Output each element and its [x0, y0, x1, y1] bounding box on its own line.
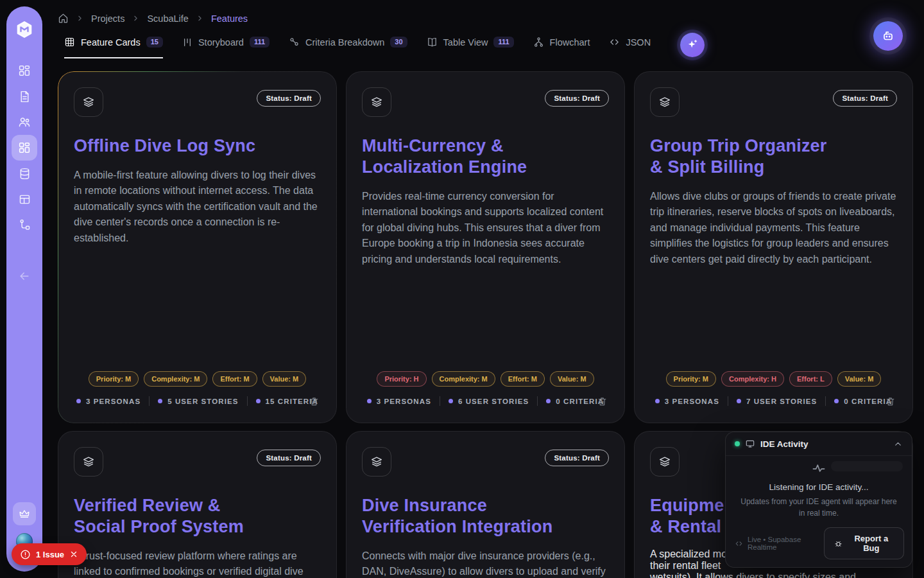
card-stats: 3 PERSONAS 6 USER STORIES 0 CRITERIA	[362, 396, 609, 406]
sidebar	[6, 6, 42, 572]
flow-tree-icon	[18, 218, 31, 232]
value-tag: Value: M	[262, 371, 307, 387]
value-tag: Value: M	[550, 371, 594, 387]
user-stories-stat: 7 USER STORIES	[746, 398, 817, 405]
tab-table-view[interactable]: Table View 111	[427, 37, 514, 58]
layers-icon	[650, 447, 680, 477]
ide-panel-footer: Live • Supabase Realtime Report a Bug	[726, 522, 912, 567]
delete-card-button[interactable]	[885, 396, 896, 407]
issue-count-label: 1 Issue	[36, 550, 64, 559]
personas-stat: 3 PERSONAS	[665, 398, 719, 405]
features-grid-icon	[17, 141, 31, 155]
tab-count-badge: 15	[146, 37, 163, 48]
card-stats: 3 PERSONAS 7 USER STORIES 0 CRITERIA	[650, 396, 897, 406]
sparkles-icon	[686, 39, 699, 51]
complexity-tag: Complexity: M	[144, 371, 207, 387]
effort-tag: Effort: L	[789, 371, 832, 387]
tab-label: Criteria Breakdown	[305, 37, 384, 48]
personas-stat: 3 PERSONAS	[86, 398, 141, 405]
chevron-right-icon	[132, 14, 140, 22]
card-description: A mobile-first feature allowing divers t…	[74, 168, 321, 246]
branch-icon	[533, 37, 544, 48]
trash-icon	[309, 396, 320, 407]
sidebar-item-personas[interactable]	[12, 109, 37, 135]
tab-feature-cards[interactable]: Feature Cards 15	[64, 37, 163, 58]
code-icon	[735, 539, 743, 548]
database-icon	[18, 167, 31, 180]
card-tags: Priority: H Complexity: M Effort: M Valu…	[362, 371, 609, 387]
breadcrumb-project-name[interactable]: ScubaLife	[147, 13, 189, 24]
layers-icon	[362, 447, 391, 477]
status-badge: Status: Draft	[545, 450, 609, 466]
trash-icon	[597, 396, 608, 407]
ide-listening-text: Listening for IDE activity...	[769, 482, 868, 492]
priority-tag: Priority: M	[89, 371, 139, 387]
skeleton-placeholder	[831, 461, 903, 471]
tab-criteria-breakdown[interactable]: Criteria Breakdown 30	[289, 37, 407, 58]
effort-tag: Effort: M	[501, 371, 545, 387]
sidebar-collapse-button[interactable]	[12, 263, 37, 289]
status-badge: Status: Draft	[257, 450, 321, 466]
feature-card-multi-currency[interactable]: Status: Draft Multi-Currency &Localizati…	[346, 71, 625, 423]
stat-dot	[76, 399, 81, 403]
ai-sparkle-button[interactable]	[680, 33, 705, 57]
table-layout-icon	[18, 193, 31, 206]
upgrade-button[interactable]	[13, 502, 36, 525]
status-badge: Status: Draft	[833, 90, 897, 107]
sidebar-item-dashboard[interactable]	[12, 58, 37, 83]
tab-label: Table View	[443, 37, 488, 48]
home-icon[interactable]	[58, 13, 69, 24]
activity-pulse-icon	[810, 460, 827, 477]
collapse-arrow-icon	[18, 270, 31, 283]
value-tag: Value: M	[837, 371, 882, 387]
tab-count-badge: 111	[493, 37, 513, 48]
user-stories-stat: 5 USER STORIES	[167, 398, 238, 405]
grid-icon	[64, 37, 75, 48]
report-bug-button[interactable]: Report a Bug	[824, 527, 904, 559]
assistant-robot-button[interactable]	[873, 21, 903, 51]
personas-stat: 3 PERSONAS	[377, 398, 431, 405]
stat-dot	[256, 399, 261, 403]
tab-flowchart[interactable]: Flowchart	[533, 37, 590, 58]
ide-panel-title: IDE Activity	[760, 439, 809, 449]
breadcrumb: Projects ScubaLife Features	[49, 0, 924, 24]
effort-tag: Effort: M	[212, 371, 257, 387]
issue-badge[interactable]: 1 Issue	[12, 543, 87, 565]
card-title: Dive InsuranceVerification Integration	[362, 495, 609, 538]
delete-card-button[interactable]	[309, 396, 320, 407]
sidebar-item-table[interactable]	[12, 186, 37, 212]
ide-panel-header: IDE Activity	[726, 432, 912, 456]
sidebar-item-flowchart[interactable]	[12, 212, 37, 238]
personas-icon	[17, 115, 31, 129]
complexity-tag: Complexity: H	[721, 371, 784, 387]
priority-tag: Priority: M	[666, 371, 716, 387]
dashboard-grid-icon	[17, 64, 31, 78]
chevron-up-icon[interactable]	[893, 439, 903, 449]
breadcrumb-projects[interactable]: Projects	[91, 13, 124, 24]
tab-storyboard[interactable]: Storyboard 111	[182, 37, 270, 58]
feature-card-group-trip-organizer[interactable]: Status: Draft Group Trip Organizer& Spli…	[634, 71, 913, 423]
delete-card-button[interactable]	[597, 396, 608, 407]
feature-card-verified-review[interactable]: Status: Draft Verified Review &Social Pr…	[58, 431, 337, 578]
trash-icon	[885, 396, 896, 407]
tab-label: Feature Cards	[81, 37, 141, 48]
crown-icon	[18, 507, 31, 520]
card-description: A trust-focused review platform where ra…	[74, 548, 321, 578]
nodes-icon	[289, 37, 300, 48]
sidebar-item-documents[interactable]	[12, 83, 37, 109]
close-icon[interactable]	[69, 550, 78, 559]
feature-card-offline-dive-log-sync[interactable]: Status: Draft Offline Dive Log Sync A mo…	[58, 71, 337, 423]
sidebar-item-features[interactable]	[12, 135, 37, 161]
document-icon	[18, 90, 31, 103]
card-tags: Priority: M Complexity: H Effort: L Valu…	[650, 371, 897, 387]
card-title: Multi-Currency &Localization Engine	[362, 136, 609, 178]
stat-dot	[158, 399, 162, 403]
tab-bar: Feature Cards 15 Storyboard 111 Criteria…	[49, 24, 924, 61]
feature-card-dive-insurance[interactable]: Status: Draft Dive InsuranceVerification…	[346, 431, 625, 578]
stat-dot	[546, 399, 551, 403]
sidebar-item-database[interactable]	[12, 161, 37, 186]
layers-icon	[74, 87, 103, 117]
alert-circle-icon	[20, 549, 31, 560]
monitor-icon	[745, 439, 755, 449]
tab-json[interactable]: JSON	[609, 37, 651, 58]
